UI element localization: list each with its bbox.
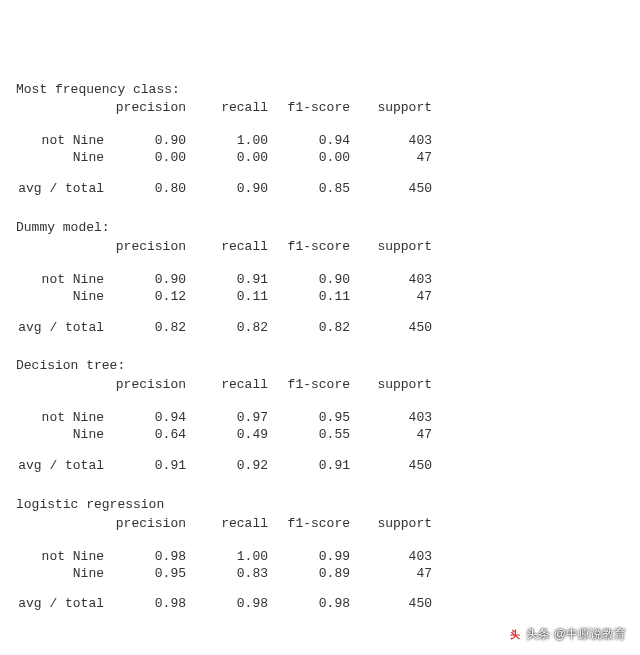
row-support: 403 [350, 272, 432, 289]
data-row: not Nine0.900.910.90403 [16, 272, 624, 289]
watermark-handle: @中原说教育 [554, 627, 626, 641]
data-row: Nine0.640.490.5547 [16, 427, 624, 444]
row-support: 47 [350, 289, 432, 306]
total-row: avg / total0.910.920.91450 [16, 458, 624, 475]
row-support: 403 [350, 410, 432, 427]
header-recall: recall [186, 100, 268, 117]
row-precision: 0.00 [104, 150, 186, 167]
row-recall: 1.00 [186, 549, 268, 566]
total-row: avg / total0.800.900.85450 [16, 181, 624, 198]
classification-report: Decision tree:precisionrecallf1-scoresup… [16, 358, 624, 474]
row-f1: 0.95 [268, 410, 350, 427]
data-row: not Nine0.901.000.94403 [16, 133, 624, 150]
total-support: 450 [350, 181, 432, 198]
total-row: avg / total0.820.820.82450 [16, 320, 624, 337]
total-recall: 0.90 [186, 181, 268, 198]
total-label: avg / total [16, 596, 104, 613]
total-precision: 0.80 [104, 181, 186, 198]
header-support: support [350, 239, 432, 256]
total-row: avg / total0.980.980.98450 [16, 596, 624, 613]
total-recall: 0.92 [186, 458, 268, 475]
header-f1: f1-score [268, 100, 350, 117]
row-recall: 0.97 [186, 410, 268, 427]
total-recall: 0.82 [186, 320, 268, 337]
toutiao-logo-icon: 头 [508, 628, 522, 642]
header-row: precisionrecallf1-scoresupport [16, 516, 624, 533]
header-support: support [350, 377, 432, 394]
total-support: 450 [350, 458, 432, 475]
row-label: Nine [16, 566, 104, 583]
row-support: 47 [350, 150, 432, 167]
total-precision: 0.98 [104, 596, 186, 613]
row-label: Nine [16, 427, 104, 444]
header-precision: precision [104, 239, 186, 256]
row-recall: 1.00 [186, 133, 268, 150]
data-row: Nine0.000.000.0047 [16, 150, 624, 167]
row-f1: 0.90 [268, 272, 350, 289]
total-f1: 0.98 [268, 596, 350, 613]
header-recall: recall [186, 516, 268, 533]
report-title: Decision tree: [16, 358, 624, 375]
header-support: support [350, 516, 432, 533]
row-f1: 0.55 [268, 427, 350, 444]
classification-report: logistic regressionprecisionrecallf1-sco… [16, 497, 624, 613]
watermark: 头头条 @中原说教育 [508, 627, 626, 643]
row-support: 47 [350, 427, 432, 444]
header-f1: f1-score [268, 516, 350, 533]
report-title: Dummy model: [16, 220, 624, 237]
report-title: Most frequency class: [16, 82, 624, 99]
reports-container: Most frequency class:precisionrecallf1-s… [16, 82, 624, 614]
row-precision: 0.94 [104, 410, 186, 427]
row-label: not Nine [16, 272, 104, 289]
row-f1: 0.00 [268, 150, 350, 167]
total-recall: 0.98 [186, 596, 268, 613]
classification-report: Dummy model:precisionrecallf1-scoresuppo… [16, 220, 624, 336]
header-row: precisionrecallf1-scoresupport [16, 377, 624, 394]
header-row: precisionrecallf1-scoresupport [16, 100, 624, 117]
row-f1: 0.11 [268, 289, 350, 306]
row-support: 47 [350, 566, 432, 583]
header-recall: recall [186, 239, 268, 256]
classification-report: Most frequency class:precisionrecallf1-s… [16, 82, 624, 198]
total-f1: 0.85 [268, 181, 350, 198]
data-row: not Nine0.981.000.99403 [16, 549, 624, 566]
row-recall: 0.00 [186, 150, 268, 167]
row-f1: 0.89 [268, 566, 350, 583]
data-row: Nine0.950.830.8947 [16, 566, 624, 583]
total-precision: 0.91 [104, 458, 186, 475]
header-f1: f1-score [268, 239, 350, 256]
row-recall: 0.11 [186, 289, 268, 306]
total-f1: 0.82 [268, 320, 350, 337]
report-title: logistic regression [16, 497, 624, 514]
row-label: not Nine [16, 549, 104, 566]
total-support: 450 [350, 596, 432, 613]
row-label: not Nine [16, 133, 104, 150]
row-label: Nine [16, 289, 104, 306]
total-f1: 0.91 [268, 458, 350, 475]
row-f1: 0.94 [268, 133, 350, 150]
total-label: avg / total [16, 458, 104, 475]
total-label: avg / total [16, 181, 104, 198]
total-support: 450 [350, 320, 432, 337]
row-recall: 0.83 [186, 566, 268, 583]
row-precision: 0.90 [104, 272, 186, 289]
header-support: support [350, 100, 432, 117]
row-label: Nine [16, 150, 104, 167]
header-precision: precision [104, 377, 186, 394]
header-precision: precision [104, 516, 186, 533]
data-row: Nine0.120.110.1147 [16, 289, 624, 306]
header-precision: precision [104, 100, 186, 117]
row-precision: 0.98 [104, 549, 186, 566]
header-recall: recall [186, 377, 268, 394]
row-precision: 0.12 [104, 289, 186, 306]
row-label: not Nine [16, 410, 104, 427]
total-precision: 0.82 [104, 320, 186, 337]
header-row: precisionrecallf1-scoresupport [16, 239, 624, 256]
row-recall: 0.91 [186, 272, 268, 289]
row-f1: 0.99 [268, 549, 350, 566]
watermark-prefix: 头条 [526, 627, 550, 641]
data-row: not Nine0.940.970.95403 [16, 410, 624, 427]
row-support: 403 [350, 549, 432, 566]
row-precision: 0.95 [104, 566, 186, 583]
total-label: avg / total [16, 320, 104, 337]
